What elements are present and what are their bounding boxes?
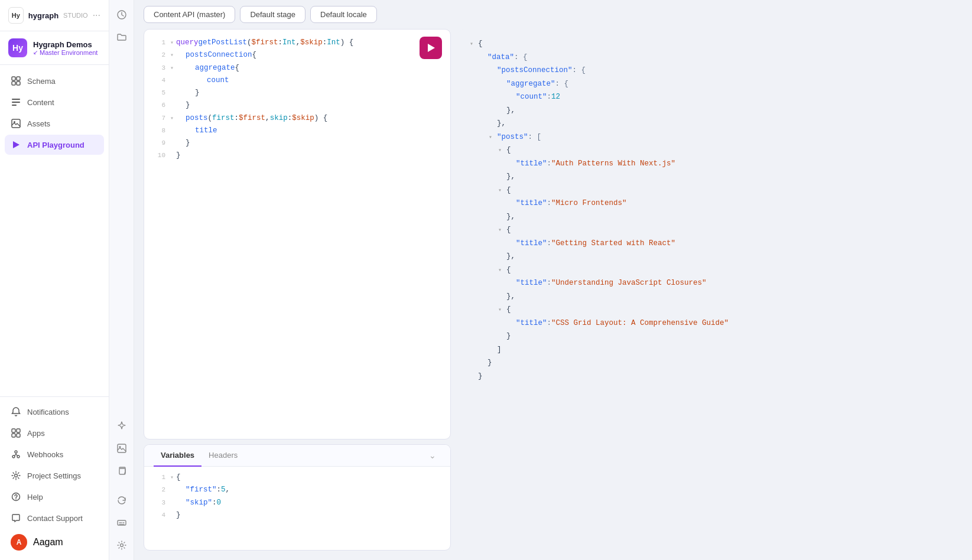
magic-btn[interactable] [113, 417, 131, 435]
icon-bar [109, 0, 134, 560]
keyboard-btn[interactable] [113, 514, 131, 532]
code-line-5: 5 } [144, 87, 450, 99]
svg-rect-11 [17, 429, 20, 432]
sidebar-item-schema-label: Schema [27, 77, 56, 86]
json-line-17: ▾ { [470, 263, 951, 277]
sidebar-item-apps[interactable]: Apps [5, 423, 104, 443]
json-line-4: "count" : 12 [470, 90, 951, 104]
svg-point-16 [15, 451, 17, 453]
menu-dots[interactable]: ··· [93, 10, 100, 21]
settings-bottom-btn[interactable] [113, 536, 131, 554]
sidebar-item-api-playground[interactable]: API Playground [5, 135, 104, 155]
project-settings-icon [11, 470, 21, 481]
svg-rect-13 [17, 434, 20, 437]
expand-icon[interactable]: ⌄ [424, 446, 441, 465]
code-line-10: 10 } [144, 149, 450, 162]
svg-rect-1 [17, 77, 20, 80]
svg-point-8 [14, 121, 15, 123]
json-line-0: ▾ { [470, 37, 951, 51]
query-editor: 1 ▾ query getPostList ( $first : Int , $… [144, 29, 451, 439]
run-button[interactable] [420, 37, 442, 59]
user-avatar: A [11, 534, 27, 551]
topbar: Content API (master) Default stage Defau… [134, 0, 972, 29]
default-locale-btn[interactable]: Default locale [310, 6, 377, 23]
variables-content[interactable]: 1 ▾ { 2 "first" : 5 , 3 [144, 467, 450, 526]
sidebar-item-notifications[interactable]: Notifications [5, 402, 104, 422]
schema-icon [11, 76, 21, 86]
svg-point-25 [120, 544, 123, 547]
sidebar: Hy hygraph STUDIO ··· Hy Hygraph Demos M… [0, 0, 109, 560]
contact-support-icon [11, 513, 21, 523]
json-line-18: "title" : "Understanding JavaScript Clos… [470, 276, 951, 290]
api-playground-icon [11, 139, 21, 150]
refresh-btn[interactable] [113, 491, 131, 509]
default-stage-btn[interactable]: Default stage [240, 6, 305, 23]
sidebar-item-api-playground-label: API Playground [27, 141, 84, 149]
query-editor-inner[interactable]: 1 ▾ query getPostList ( $first : Int , $… [144, 30, 450, 439]
sidebar-item-apps-label: Apps [27, 429, 45, 438]
code-line-7: 7 ▾ posts ( first : $first , skip : $ski… [144, 112, 450, 125]
code-line-9: 9 } [144, 137, 450, 149]
content-api-btn[interactable]: Content API (master) [144, 6, 235, 23]
json-line-13: }, [470, 210, 951, 224]
run-icon [428, 44, 435, 52]
json-line-3: "aggregate" : { [470, 77, 951, 91]
json-line-24: } [470, 356, 951, 370]
user-name: Aagam [33, 537, 63, 548]
help-icon [11, 491, 21, 502]
svg-rect-4 [12, 99, 20, 100]
var-line-4: 4 } [144, 509, 450, 522]
svg-rect-10 [12, 429, 15, 432]
sidebar-item-notifications-label: Notifications [27, 408, 69, 416]
sidebar-item-help[interactable]: Help [5, 487, 104, 507]
notifications-icon [11, 406, 21, 417]
variables-tab[interactable]: Variables [154, 445, 201, 467]
editor-area: 1 ▾ query getPostList ( $first : Int , $… [134, 29, 972, 560]
sidebar-item-project-settings[interactable]: Project Settings [5, 465, 104, 486]
json-line-14: ▾ { [470, 223, 951, 237]
json-line-16: }, [470, 250, 951, 263]
headers-tab[interactable]: Headers [201, 445, 245, 467]
json-line-7: ▾ "posts" : [ [470, 131, 951, 144]
svg-marker-9 [13, 141, 19, 148]
assets-icon [11, 118, 21, 129]
history-btn[interactable] [113, 6, 131, 24]
variables-tabs: Variables Headers ⌄ [144, 445, 450, 467]
sidebar-item-help-label: Help [27, 493, 43, 502]
svg-point-17 [15, 474, 18, 477]
json-line-1: "data" : { [470, 51, 951, 64]
sidebar-item-webhooks-label: Webhooks [27, 450, 63, 459]
svg-rect-5 [12, 102, 20, 103]
svg-rect-12 [12, 434, 15, 437]
sidebar-item-content[interactable]: Content [5, 92, 104, 112]
sidebar-item-assets-label: Assets [27, 119, 50, 128]
json-line-21: "title" : "CSS Grid Layout: A Comprehens… [470, 317, 951, 330]
sidebar-item-project-settings-label: Project Settings [27, 471, 81, 480]
svg-rect-3 [17, 82, 20, 85]
svg-rect-0 [12, 77, 15, 80]
var-line-2: 2 "first" : 5 , [144, 484, 450, 496]
json-line-6: }, [470, 117, 951, 131]
json-line-25: } [470, 370, 951, 383]
workspace-name: Hygraph Demos [33, 40, 100, 49]
user-section[interactable]: A Aagam [5, 529, 104, 555]
sidebar-item-schema[interactable]: Schema [5, 71, 104, 91]
app-studio: STUDIO [63, 12, 88, 19]
sidebar-item-webhooks[interactable]: Webhooks [5, 444, 104, 464]
main-content: Content API (master) Default stage Defau… [134, 0, 972, 560]
sidebar-item-contact-support[interactable]: Contact Support [5, 508, 104, 528]
variables-panel: Variables Headers ⌄ 1 ▾ { 2 "first" : [144, 444, 451, 551]
workspace-info: Hygraph Demos Master Environment [33, 40, 100, 56]
workspace-section[interactable]: Hy Hygraph Demos Master Environment [0, 31, 109, 65]
json-line-20: ▾ { [470, 303, 951, 317]
folder-btn[interactable] [113, 28, 131, 46]
code-line-2: 2 ▾ postsConnection { [144, 49, 450, 61]
copy-btn[interactable] [113, 462, 131, 480]
code-line-4: 4 count [144, 74, 450, 87]
json-line-15: "title" : "Getting Started with React" [470, 237, 951, 250]
sidebar-bottom: Notifications Apps [0, 396, 109, 560]
sidebar-item-contact-support-label: Contact Support [27, 514, 83, 523]
sidebar-item-assets[interactable]: Assets [5, 113, 104, 134]
image-btn[interactable] [113, 439, 131, 457]
webhooks-icon [11, 449, 21, 460]
